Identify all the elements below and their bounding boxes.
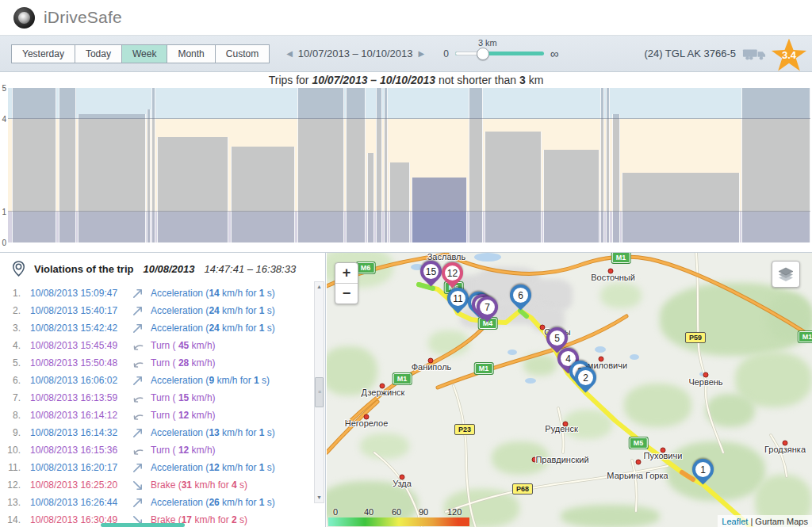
- scrollbar-thumb[interactable]: ≡: [315, 377, 324, 407]
- road-badge-P68: P68: [512, 483, 533, 495]
- violation-timestamp: 10/08/2013 15:45:49: [30, 340, 132, 351]
- map-panel[interactable]: М6М1М1М1М1М6М4М5P59P23P68 ЗаславльВосточ…: [327, 253, 812, 527]
- violation-row[interactable]: 2.10/08/2013 15:40:17Acceleration (24 km…: [0, 302, 314, 319]
- truck-icon: [742, 47, 766, 61]
- violation-number: 13.: [0, 497, 21, 508]
- toolbar: YesterdayTodayWeekMonthCustom ◀ 10/07/20…: [0, 36, 812, 72]
- trip-bar[interactable]: [741, 88, 810, 242]
- trip-bar[interactable]: [622, 173, 740, 242]
- violation-row[interactable]: 1.10/08/2013 15:09:47Acceleration (14 km…: [0, 285, 314, 302]
- town-label: Пуховичи: [644, 451, 683, 460]
- trip-bar[interactable]: [78, 114, 146, 242]
- slider-thumb[interactable]: [477, 48, 489, 60]
- road-badge-М5: М5: [630, 437, 648, 449]
- violation-number: 10.: [0, 445, 21, 456]
- violation-timestamp: 10/08/2013 16:20:17: [30, 462, 132, 473]
- violation-description: Turn ( 45 km/h): [151, 340, 216, 351]
- map-layers-button[interactable]: [772, 261, 800, 288]
- acceleration-icon: [132, 288, 151, 300]
- slider-track[interactable]: 3 km: [455, 52, 544, 55]
- prev-period-icon[interactable]: ◀: [286, 49, 293, 58]
- violation-number: 8.: [0, 410, 21, 421]
- speed-tick-label: 90: [419, 507, 428, 517]
- next-period-icon[interactable]: ▶: [418, 49, 424, 58]
- turn-icon: [132, 392, 151, 404]
- leaflet-link[interactable]: Leaflet: [722, 517, 748, 526]
- acceleration-icon: [132, 427, 151, 439]
- town-label: Руденск: [545, 424, 577, 433]
- trip-bar[interactable]: [485, 132, 542, 242]
- violations-vertical-scrollbar[interactable]: ▲ ≡ ▼: [314, 281, 324, 503]
- marker-number: 7: [480, 300, 495, 315]
- chart-gridline: [8, 118, 810, 119]
- zoom-in-button[interactable]: +: [335, 263, 358, 284]
- violations-title: Violations of the trip: [34, 263, 133, 275]
- trip-bar[interactable]: [59, 88, 76, 242]
- violation-row[interactable]: 13.10/08/2013 16:26:44Acceleration (26 k…: [0, 494, 314, 511]
- violations-header: Violations of the trip 10/08/2013 14:47:…: [13, 261, 296, 277]
- violation-row[interactable]: 9.10/08/2013 16:14:32Acceleration (13 km…: [0, 424, 314, 441]
- trip-bar[interactable]: [147, 109, 151, 242]
- trip-bar[interactable]: [157, 137, 228, 242]
- violation-timestamp: 10/08/2013 15:50:48: [30, 357, 132, 369]
- violation-timestamp: 10/08/2013 16:06:02: [30, 375, 132, 386]
- trip-bar[interactable]: [384, 88, 388, 242]
- violation-number: 5.: [0, 357, 21, 369]
- trip-bar[interactable]: [376, 88, 382, 242]
- period-button-custom[interactable]: Custom: [215, 44, 270, 63]
- trip-bar[interactable]: [606, 88, 610, 242]
- violation-row[interactable]: 8.10/08/2013 16:14:12Turn ( 12 km/h): [0, 407, 314, 424]
- town-label: Гродзянка: [764, 445, 806, 454]
- trip-bar[interactable]: [367, 153, 374, 242]
- town-dot: [636, 460, 642, 465]
- marker-number: 6: [513, 288, 528, 303]
- trip-bar[interactable]: [612, 114, 620, 242]
- period-button-month[interactable]: Month: [167, 44, 215, 63]
- violation-description: Acceleration (26 km/h for 1 s): [151, 497, 275, 508]
- trip-bar[interactable]: [297, 88, 344, 242]
- road-badge-М1: М1: [799, 331, 812, 342]
- violation-row[interactable]: 5.10/08/2013 15:50:48Turn ( 28 km/h): [0, 354, 314, 372]
- violation-number: 12.: [0, 479, 21, 491]
- violation-row[interactable]: 10.10/08/2013 16:15:36Turn ( 12 km/h): [0, 441, 314, 459]
- speed-legend-gradient: [328, 517, 469, 526]
- trip-bar[interactable]: [151, 88, 155, 242]
- scroll-up-icon[interactable]: ▲: [315, 282, 324, 292]
- violation-row[interactable]: 6.10/08/2013 16:06:02Acceleration (9 km/…: [0, 372, 314, 389]
- violation-description: Acceleration (24 km/h for 1 s): [151, 323, 275, 334]
- trip-bar[interactable]: [231, 147, 295, 242]
- violation-timestamp: 10/08/2013 16:25:20: [30, 479, 132, 491]
- violation-row[interactable]: 3.10/08/2013 15:42:42Acceleration (24 km…: [0, 319, 314, 337]
- trip-bar[interactable]: [600, 88, 604, 242]
- period-button-today[interactable]: Today: [75, 44, 122, 63]
- violation-row[interactable]: 7.10/08/2013 16:13:59Turn ( 15 km/h): [0, 389, 314, 407]
- zoom-out-button[interactable]: −: [335, 284, 358, 304]
- violation-row[interactable]: 12.10/08/2013 16:25:20Brake (31 km/h for…: [0, 476, 314, 494]
- violations-horizontal-scrollbar-thumb[interactable]: [101, 523, 185, 527]
- trip-bar[interactable]: [389, 162, 410, 242]
- trip-bar[interactable]: [543, 150, 599, 242]
- min-distance-slider: 0 3 km ∞: [443, 47, 558, 60]
- violation-description: Acceleration (14 km/h for 1 s): [151, 288, 275, 299]
- violation-number: 1.: [0, 288, 21, 299]
- period-button-week[interactable]: Week: [121, 44, 167, 63]
- violation-number: 6.: [0, 375, 21, 386]
- scroll-down-icon[interactable]: ▼: [315, 493, 324, 502]
- chart-title-range: 10/07/2013 – 10/10/2013: [312, 74, 435, 86]
- violation-number: 3.: [0, 323, 21, 334]
- turn-icon: [132, 340, 151, 352]
- trips-chart: Trips for 10/07/2013 – 10/10/2013 not sh…: [0, 71, 812, 250]
- trip-bar[interactable]: [346, 88, 366, 242]
- violation-timestamp: 10/08/2013 16:13:59: [30, 392, 132, 403]
- town-label: Марьина Горка: [607, 471, 668, 480]
- marker-number: 1: [695, 462, 710, 477]
- violation-row[interactable]: 4.10/08/2013 15:45:49Turn ( 45 km/h): [0, 337, 314, 354]
- acceleration-icon: [132, 497, 151, 509]
- period-button-yesterday[interactable]: Yesterday: [11, 44, 75, 63]
- violation-row[interactable]: 11.10/08/2013 16:20:17Acceleration (12 k…: [0, 459, 314, 476]
- marker-number: 15: [423, 264, 439, 279]
- trip-bar[interactable]: [12, 88, 56, 242]
- trip-bar[interactable]: [469, 88, 483, 242]
- app-header: iDriveSafe: [0, 0, 812, 36]
- slider-max-label: ∞: [550, 47, 559, 60]
